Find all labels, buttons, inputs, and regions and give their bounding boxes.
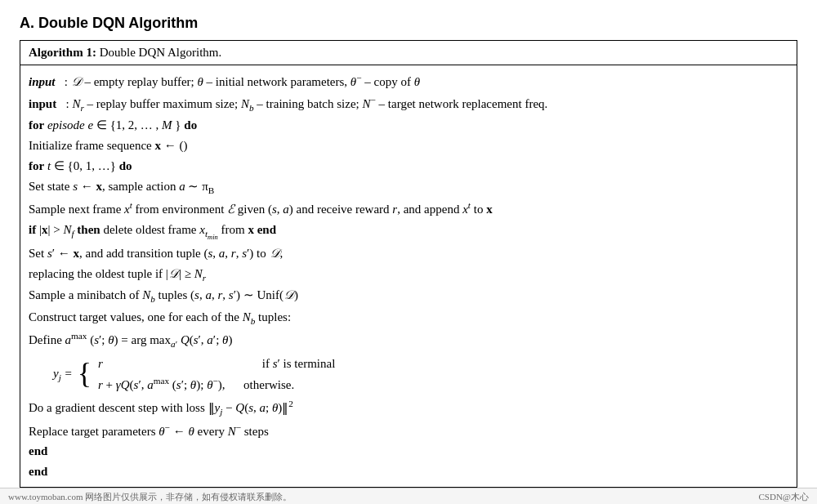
sample-frame-line: Sample next frame xt from environment ℰ … <box>29 198 788 220</box>
algo-label: Algorithm 1: <box>29 46 96 59</box>
construct-line: Construct target values, one for each of… <box>29 307 788 329</box>
input-line-2: input : Nr – replay buffer maximum size;… <box>29 92 788 116</box>
if-x-line: if |x| > Nf then delete oldest frame xtm… <box>29 220 788 243</box>
algorithm-box: Algorithm 1: Double DQN Algorithm. input… <box>20 40 797 488</box>
for-episode-line: for episode e ∈ {1, 2, … , M } do <box>29 115 788 136</box>
yj-case1: r if s′ is terminal <box>98 354 335 373</box>
curly-brace-icon: { <box>78 358 92 390</box>
footer-left: www.toymoban.com 网络图片仅供展示，非存储，如有侵权请联系删除。 <box>8 491 292 503</box>
set-state-line: Set state s ← x, sample action a ∼ πB <box>29 176 788 198</box>
set-s-prime-line: Set s′ ← x, and add transition tuple (s,… <box>29 243 788 264</box>
end-inner: end <box>29 441 788 462</box>
end-outer: end <box>29 462 788 482</box>
footer-bar: www.toymoban.com 网络图片仅供展示，非存储，如有侵权请联系删除。… <box>0 488 817 504</box>
yj-block: yj = { r if s′ is terminal r + γQ(s′, <box>29 354 788 395</box>
gradient-line: Do a gradient descent step with loss ‖yj… <box>29 396 788 420</box>
define-amax-line: Define amax (s′; θ) = arg maxa′ Q(s′, a′… <box>29 328 788 352</box>
init-line: Initialize frame sequence x ← () <box>29 136 788 156</box>
main-container: A. Double DQN Algorithm Algorithm 1: Dou… <box>0 0 817 504</box>
input-line-1: input : 𝒟 – empty replay buffer; θ – ini… <box>29 70 788 92</box>
section-title: A. Double DQN Algorithm <box>0 0 817 40</box>
algo-body: input : 𝒟 – empty replay buffer; θ – ini… <box>20 65 797 487</box>
for-t-line: for t ∈ {0, 1, …} do <box>29 156 788 176</box>
yj-rows: r if s′ is terminal r + γQ(s′, amax (s′;… <box>98 354 335 395</box>
algo-header-title: Double DQN Algorithm. <box>100 46 222 59</box>
yj-cases: { r if s′ is terminal r + γQ(s′, amax (s… <box>78 354 336 395</box>
replacing-line: replacing the oldest tuple if |𝒟| ≥ Nr <box>29 264 788 286</box>
replace-target-line: Replace target parameters θ− ← θ every N… <box>29 420 788 442</box>
yj-label: yj = <box>53 364 73 386</box>
footer-right: CSDN@木心 <box>759 491 809 503</box>
yj-case2: r + γQ(s′, amax (s′; θ); θ−), otherwise. <box>98 373 335 395</box>
algo-header: Algorithm 1: Double DQN Algorithm. <box>20 41 797 65</box>
sample-minibatch-line: Sample a minibatch of Nb tuples (s, a, r… <box>29 285 788 307</box>
